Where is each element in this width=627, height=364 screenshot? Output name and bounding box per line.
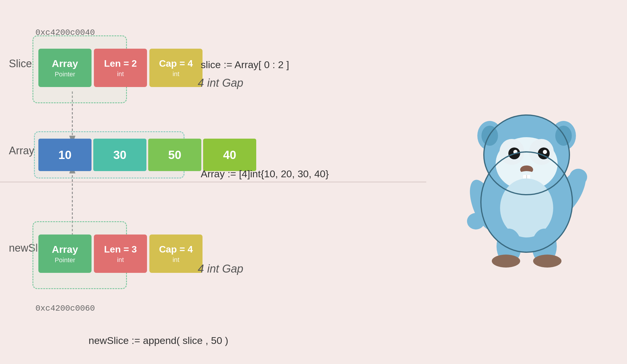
newslice-len-sub: int (117, 256, 124, 264)
svg-point-22 (569, 169, 587, 185)
slice-row-label: Slice (9, 58, 32, 70)
h-divider (0, 182, 426, 182)
slice-struct: Array Pointer Len = 2 int Cap = 4 int (38, 49, 203, 87)
slice-code-label: slice := Array[ 0 : 2 ] (201, 59, 289, 70)
bottom-gap-label: 4 int Gap (198, 263, 243, 275)
newslice-code-label: newSlice := append( slice , 50 ) (89, 335, 228, 346)
top-gap-label: 4 int Gap (198, 77, 243, 89)
slice-len-cell: Len = 2 int (94, 49, 147, 87)
newslice-cap-text: Cap = 4 (159, 244, 193, 255)
newslice-cap-sub: int (172, 256, 179, 264)
newslice-pointer-cell: Array Pointer (38, 235, 92, 273)
svg-point-27 (533, 255, 561, 268)
slice-pointer-text: Array (52, 58, 78, 69)
slice-len-sub: int (117, 70, 124, 78)
array-row-label: Array (9, 145, 34, 157)
array-cell-3: 40 (203, 139, 256, 171)
newslice-struct: Array Pointer Len = 3 int Cap = 4 int (38, 235, 203, 273)
gopher-mascot (450, 90, 603, 274)
slice-cap-text: Cap = 4 (159, 58, 193, 69)
gopher-svg (450, 90, 603, 273)
svg-point-25 (492, 255, 520, 268)
array-code-label: Array := [4]int{10, 20, 30, 40} (201, 168, 329, 180)
slice-cap-sub: int (172, 70, 179, 78)
left-panel: 0xc4200c0040 Slice Array Pointer Len = 2… (0, 0, 426, 364)
slice-len-text: Len = 2 (104, 58, 137, 69)
slice-pointer-sub: Pointer (55, 70, 75, 78)
newslice-pointer-sub: Pointer (55, 256, 75, 264)
newslice-cap-cell: Cap = 4 int (149, 235, 203, 273)
array-cell-2: 50 (148, 139, 201, 171)
newslice-pointer-text: Array (52, 244, 78, 255)
main-container: 0xc4200c0040 Slice Array Pointer Len = 2… (0, 0, 627, 364)
newslice-len-text: Len = 3 (104, 244, 137, 255)
svg-point-14 (543, 150, 547, 154)
array-row: 10 30 50 40 (38, 139, 256, 171)
newslice-len-cell: Len = 3 int (94, 235, 147, 273)
slice-cap-cell: Cap = 4 int (149, 49, 203, 87)
right-panel (426, 0, 627, 364)
array-cell-1: 30 (93, 139, 146, 171)
slice-pointer-cell: Array Pointer (38, 49, 92, 87)
bottom-address-label: 0xc4200c0060 (35, 304, 95, 313)
array-cell-0: 10 (38, 139, 92, 171)
svg-point-23 (500, 178, 553, 237)
